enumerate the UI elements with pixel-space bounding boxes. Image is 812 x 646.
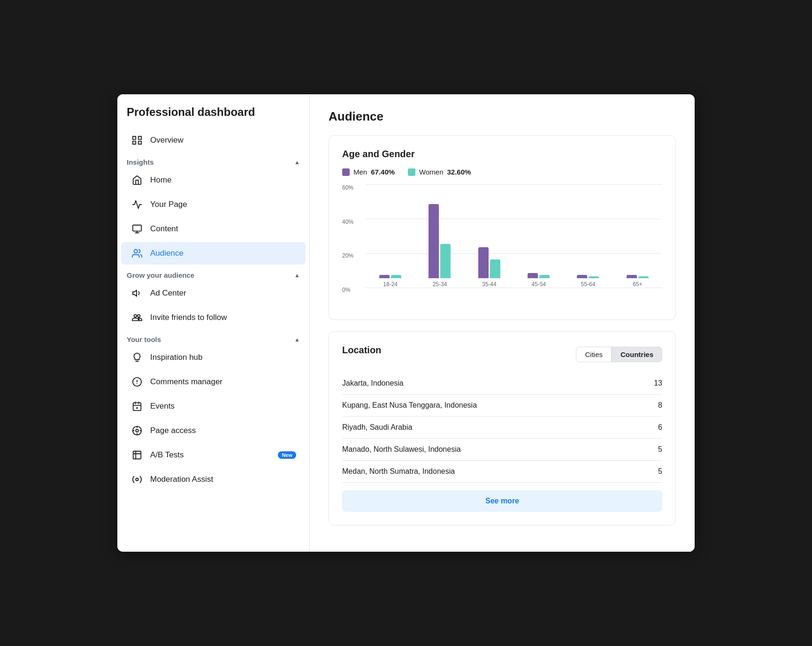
ab-tests-badge: New bbox=[278, 451, 296, 459]
your-tools-chevron-icon: ▲ bbox=[294, 336, 300, 343]
events-icon bbox=[130, 400, 144, 413]
grid-line-0 bbox=[366, 288, 662, 288]
y-axis: 60% 40% 20% 0% bbox=[342, 184, 366, 288]
svg-marker-8 bbox=[133, 290, 137, 296]
bar-men-45-54 bbox=[528, 273, 538, 278]
bar-group-65plus: 65+ bbox=[627, 275, 649, 288]
women-label: Women bbox=[419, 168, 443, 176]
overview-icon bbox=[130, 134, 144, 147]
bar-group-35-44: 35-44 bbox=[478, 247, 500, 288]
y-label-20: 20% bbox=[342, 252, 353, 259]
legend: Men 67.40% Women 32.60% bbox=[342, 168, 662, 176]
location-title: Location bbox=[342, 345, 381, 356]
sidebar-item-ab-tests[interactable]: A/B Tests New bbox=[121, 444, 306, 466]
ad-center-label: Ad Center bbox=[150, 289, 186, 298]
y-label-40: 40% bbox=[342, 219, 353, 225]
bars-35-44 bbox=[478, 247, 500, 278]
tab-cities[interactable]: Cities bbox=[576, 347, 612, 362]
bar-men-65plus bbox=[627, 275, 637, 278]
location-name-2: Riyadh, Saudi Arabia bbox=[342, 423, 412, 432]
bar-men-25-34 bbox=[429, 204, 439, 278]
grow-audience-label: Grow your audience bbox=[127, 271, 194, 279]
content-icon bbox=[130, 222, 144, 236]
your-page-icon bbox=[130, 198, 144, 211]
legend-men: Men 67.40% bbox=[342, 168, 395, 176]
bar-men-55-64 bbox=[577, 275, 587, 278]
location-rows: Jakarta, Indonesia 13 Kupang, East Nusa … bbox=[342, 372, 662, 483]
location-header: Location Cities Countries bbox=[342, 345, 662, 364]
inspiration-hub-icon bbox=[130, 351, 144, 364]
location-card: Location Cities Countries Jakarta, Indon… bbox=[329, 331, 676, 525]
bar-men-35-44 bbox=[478, 247, 489, 278]
bar-label-25-34: 25-34 bbox=[433, 281, 447, 288]
sidebar-item-moderation-assist[interactable]: Moderation Assist bbox=[121, 468, 306, 491]
grow-audience-section-header[interactable]: Grow your audience ▲ bbox=[117, 266, 309, 281]
svg-point-25 bbox=[136, 478, 138, 481]
main-content: Audience Age and Gender Men 67.40% Women… bbox=[310, 94, 695, 552]
bars-65plus bbox=[627, 275, 649, 278]
bars-area: 18-24 25-34 bbox=[366, 184, 662, 288]
sidebar-item-audience[interactable]: Audience bbox=[121, 242, 306, 265]
sidebar-item-events[interactable]: Events bbox=[121, 395, 306, 418]
sidebar-item-inspiration-hub[interactable]: Inspiration hub bbox=[121, 346, 306, 369]
location-name-0: Jakarta, Indonesia bbox=[342, 379, 404, 388]
ad-center-icon bbox=[130, 287, 144, 300]
bar-women-35-44 bbox=[490, 259, 500, 278]
content-label: Content bbox=[150, 224, 178, 234]
women-pct: 32.60% bbox=[447, 168, 471, 176]
bars-25-34 bbox=[429, 204, 451, 278]
sidebar-item-overview[interactable]: Overview bbox=[121, 129, 306, 152]
tab-countries[interactable]: Countries bbox=[612, 347, 662, 362]
location-count-4: 5 bbox=[658, 467, 662, 476]
location-count-1: 8 bbox=[658, 401, 662, 410]
sidebar-item-comments-manager[interactable]: Comments manager bbox=[121, 371, 306, 393]
page-access-icon bbox=[130, 424, 144, 437]
your-tools-section-header[interactable]: Your tools ▲ bbox=[117, 330, 309, 345]
bar-label-65plus: 65+ bbox=[633, 281, 642, 288]
sidebar-item-ad-center[interactable]: Ad Center bbox=[121, 282, 306, 304]
svg-rect-4 bbox=[133, 225, 141, 231]
men-dot bbox=[342, 168, 350, 176]
overview-label: Overview bbox=[150, 136, 184, 145]
sidebar: Professional dashboard Overview Insights… bbox=[117, 94, 310, 552]
bar-label-18-24: 18-24 bbox=[383, 281, 398, 288]
events-label: Events bbox=[150, 402, 175, 411]
svg-rect-3 bbox=[138, 141, 141, 144]
page-access-label: Page access bbox=[150, 426, 196, 435]
bar-group-18-24: 18-24 bbox=[379, 275, 401, 288]
home-label: Home bbox=[150, 175, 171, 185]
bar-group-25-34: 25-34 bbox=[429, 204, 451, 288]
your-page-label: Your Page bbox=[150, 200, 187, 209]
chart-container: 60% 40% 20% 0% bbox=[342, 184, 662, 306]
bar-group-55-64: 55-64 bbox=[577, 275, 599, 288]
sidebar-item-your-page[interactable]: Your Page bbox=[121, 193, 306, 216]
sidebar-item-home[interactable]: Home bbox=[121, 169, 306, 191]
sidebar-title: Professional dashboard bbox=[117, 106, 309, 128]
sidebar-item-invite-friends[interactable]: Invite friends to follow bbox=[121, 306, 306, 329]
bar-label-55-64: 55-64 bbox=[581, 281, 596, 288]
insights-label: Insights bbox=[127, 158, 154, 166]
insights-section-header[interactable]: Insights ▲ bbox=[117, 152, 309, 168]
location-count-3: 5 bbox=[658, 445, 662, 454]
svg-rect-14 bbox=[133, 403, 141, 411]
bar-label-35-44: 35-44 bbox=[482, 281, 497, 288]
see-more-button[interactable]: See more bbox=[342, 490, 662, 512]
comments-manager-icon bbox=[130, 375, 144, 388]
women-dot bbox=[408, 168, 415, 176]
location-row-0: Jakarta, Indonesia 13 bbox=[342, 372, 662, 395]
ab-tests-icon bbox=[130, 448, 144, 462]
y-label-60: 60% bbox=[342, 184, 353, 191]
svg-point-7 bbox=[134, 250, 138, 253]
sidebar-item-content[interactable]: Content bbox=[121, 218, 306, 240]
y-label-0: 0% bbox=[342, 287, 350, 293]
bar-women-25-34 bbox=[440, 244, 451, 278]
moderation-assist-label: Moderation Assist bbox=[150, 475, 213, 484]
men-pct: 67.40% bbox=[371, 168, 395, 176]
bars-45-54 bbox=[528, 273, 550, 278]
your-tools-label: Your tools bbox=[127, 335, 161, 343]
svg-rect-2 bbox=[133, 141, 136, 144]
grow-chevron-icon: ▲ bbox=[294, 272, 300, 279]
age-gender-card: Age and Gender Men 67.40% Women 32.60% bbox=[329, 135, 676, 320]
location-row-3: Manado, North Sulawesi, Indonesia 5 bbox=[342, 439, 662, 461]
sidebar-item-page-access[interactable]: Page access bbox=[121, 419, 306, 442]
